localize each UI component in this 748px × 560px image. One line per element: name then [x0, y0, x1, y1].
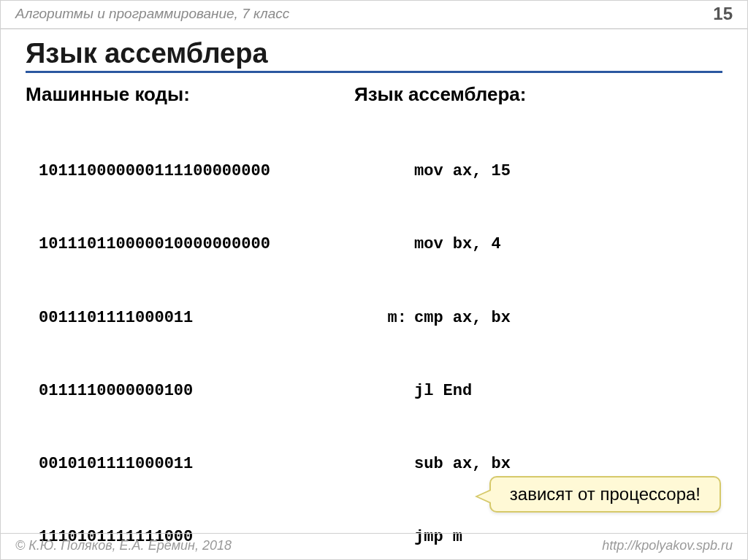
- asm-code: jl End: [414, 379, 472, 403]
- asm-label: [354, 452, 414, 476]
- asm-code: mov bx, 4: [414, 232, 501, 256]
- header-subject: Алгоритмы и программирование, 7 класс: [15, 6, 289, 22]
- page-number: 15: [713, 4, 733, 24]
- asm-label: [354, 232, 414, 256]
- assembly-heading: Язык ассемблера:: [354, 83, 698, 106]
- callout-bubble: зависят от процессора!: [489, 476, 721, 513]
- footer-url: http://kpolyakov.spb.ru: [602, 538, 733, 553]
- footer: © К.Ю. Поляков, Е.А. Ерёмин, 2018 http:/…: [1, 533, 747, 559]
- machine-code-listing: 101110000000111100000000 101110110000010…: [26, 110, 347, 560]
- asm-line: sub ax, bx: [354, 452, 698, 476]
- code-line: 0111110000000100: [39, 379, 347, 403]
- code-line: 0011101111000011: [39, 306, 347, 330]
- asm-line: mov bx, 4: [354, 232, 698, 256]
- machine-code-heading: Машинные коды:: [26, 83, 347, 106]
- asm-code: mov ax, 15: [414, 159, 511, 183]
- code-line: 101110110000010000000000: [39, 232, 347, 256]
- asm-code: sub ax, bx: [414, 452, 511, 476]
- code-line: 101110000000111100000000: [39, 159, 347, 183]
- asm-code: cmp ax, bx: [414, 306, 511, 330]
- header-bar: Алгоритмы и программирование, 7 класс 15: [1, 1, 747, 29]
- asm-label: m:: [354, 306, 414, 330]
- asm-line: jl End: [354, 379, 698, 403]
- slide: Алгоритмы и программирование, 7 класс 15…: [0, 0, 748, 560]
- footer-copyright: © К.Ю. Поляков, Е.А. Ерёмин, 2018: [15, 538, 232, 553]
- asm-label: [354, 159, 414, 183]
- slide-title: Язык ассемблера: [26, 38, 722, 73]
- code-line: 0010101111000011: [39, 452, 347, 476]
- asm-line: m:cmp ax, bx: [354, 306, 698, 330]
- asm-label: [354, 379, 414, 403]
- column-machine-code: Машинные коды: 101110000000111100000000 …: [26, 83, 347, 560]
- asm-line: mov ax, 15: [354, 159, 698, 183]
